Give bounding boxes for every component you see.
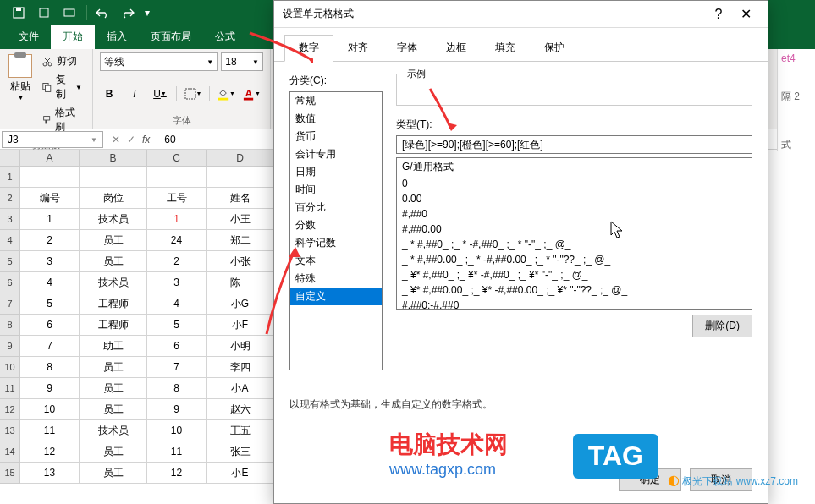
tab-layout[interactable]: 页面布局 <box>139 25 203 49</box>
cell[interactable]: 11 <box>147 441 207 463</box>
type-list-item[interactable]: #,##0.00 <box>397 222 752 237</box>
row-header[interactable]: 11 <box>0 378 20 399</box>
type-input[interactable] <box>396 135 752 154</box>
cell[interactable]: 工程师 <box>80 293 147 315</box>
cell[interactable] <box>147 167 207 188</box>
type-list-item[interactable]: _ ¥* #,##0.00_ ;_ ¥* -#,##0.00_ ;_ ¥* "-… <box>397 282 752 298</box>
type-list-item[interactable]: 0 <box>397 176 752 191</box>
column-header[interactable]: B <box>80 150 147 167</box>
cell[interactable]: 技术员 <box>80 272 147 293</box>
cell[interactable]: 12 <box>20 441 80 463</box>
fx-icon[interactable]: fx <box>142 134 150 145</box>
cell[interactable]: 4 <box>147 293 207 315</box>
cell[interactable]: 7 <box>20 336 80 357</box>
tab-insert[interactable]: 插入 <box>95 25 139 49</box>
cell[interactable]: 6 <box>20 315 80 336</box>
category-item[interactable]: 日期 <box>290 163 382 181</box>
row-header[interactable]: 6 <box>0 272 20 293</box>
cell[interactable]: 员工 <box>80 357 147 378</box>
cell[interactable]: 员工 <box>80 441 147 463</box>
category-item[interactable]: 百分比 <box>290 199 382 216</box>
category-item[interactable]: 分数 <box>290 216 382 234</box>
cell[interactable]: 5 <box>147 315 207 336</box>
help-icon[interactable]: ? <box>705 1 732 28</box>
cell[interactable]: 7 <box>147 357 207 378</box>
cell[interactable]: 陈一 <box>207 272 274 293</box>
tab-fill[interactable]: 填充 <box>481 35 530 61</box>
cell[interactable]: 6 <box>147 336 207 357</box>
cell[interactable]: 张三 <box>207 441 274 463</box>
tab-formula[interactable]: 公式 <box>203 25 247 49</box>
cell[interactable]: 小F <box>207 315 274 336</box>
close-icon[interactable]: ✕ <box>732 1 759 28</box>
row-header[interactable]: 7 <box>0 293 20 315</box>
column-header[interactable]: D <box>207 150 274 167</box>
cell[interactable]: 小明 <box>207 336 274 357</box>
save-icon[interactable] <box>7 3 30 23</box>
tab-align[interactable]: 对齐 <box>333 35 383 61</box>
cell[interactable]: 赵六 <box>207 399 274 420</box>
copy-button[interactable]: 复制▼ <box>38 71 85 103</box>
cell[interactable]: 编号 <box>20 188 80 209</box>
type-list-item[interactable]: #,##0 <box>397 206 752 222</box>
accept-formula-icon[interactable]: ✓ <box>127 134 135 145</box>
row-header[interactable]: 3 <box>0 209 20 230</box>
cell[interactable]: 技术员 <box>80 420 147 441</box>
cell[interactable]: 员工 <box>80 378 147 399</box>
cell[interactable]: 李四 <box>207 357 274 378</box>
cell[interactable]: 3 <box>20 251 80 272</box>
type-list-item[interactable]: _ * #,##0_ ;_ * -#,##0_ ;_ * "-"_ ;_ @_ <box>397 237 752 252</box>
type-list[interactable]: G/通用格式00.00#,##0#,##0.00_ * #,##0_ ;_ * … <box>396 157 752 310</box>
cell[interactable]: 小G <box>207 293 274 315</box>
row-header[interactable]: 14 <box>0 441 20 463</box>
cell[interactable]: 8 <box>147 378 207 399</box>
tab-font[interactable]: 字体 <box>383 35 432 61</box>
type-list-item[interactable]: _ ¥* #,##0_ ;_ ¥* -#,##0_ ;_ ¥* "-"_ ;_ … <box>397 267 752 282</box>
cell[interactable]: 2 <box>20 230 80 251</box>
cell[interactable] <box>20 167 80 188</box>
font-size-select[interactable]: 18▼ <box>221 52 263 71</box>
cell[interactable]: 2 <box>147 251 207 272</box>
cut-button[interactable]: 剪切 <box>38 52 85 70</box>
qat-dropdown-icon[interactable]: ▾ <box>141 3 153 23</box>
cell[interactable]: 5 <box>20 293 80 315</box>
cell[interactable]: 9 <box>20 378 80 399</box>
tab-border[interactable]: 边框 <box>432 35 481 61</box>
qat-btn-3[interactable] <box>58 3 81 23</box>
cell[interactable]: 技术员 <box>80 209 147 230</box>
cell[interactable]: 11 <box>20 420 80 441</box>
redo-icon[interactable] <box>116 3 140 23</box>
cell[interactable]: 1 <box>147 209 207 230</box>
cell[interactable] <box>80 167 147 188</box>
category-item[interactable]: 文本 <box>290 252 382 270</box>
cell[interactable]: 4 <box>20 272 80 293</box>
cell[interactable]: 24 <box>147 230 207 251</box>
category-item[interactable]: 特殊 <box>290 270 382 288</box>
tab-home[interactable]: 开始 <box>51 25 95 49</box>
cells-area[interactable]: 编号岗位工号姓名1技术员1小王2员工24郑二3员工2小张4技术员3陈一5工程师4… <box>20 167 274 484</box>
row-header[interactable]: 15 <box>0 463 20 484</box>
paste-button[interactable]: 粘贴 ▼ <box>7 52 35 137</box>
cell[interactable]: 员工 <box>80 463 147 484</box>
cell[interactable]: 小张 <box>207 251 274 272</box>
row-header[interactable]: 5 <box>0 251 20 272</box>
category-item[interactable]: 常规 <box>290 92 382 110</box>
paste-dropdown-icon[interactable]: ▼ <box>8 94 33 101</box>
font-name-select[interactable]: 等线▼ <box>100 52 218 71</box>
category-item[interactable]: 科学记数 <box>290 234 382 252</box>
type-list-item[interactable]: #,##0;-#,##0 <box>397 298 752 310</box>
bold-button[interactable]: B <box>100 85 118 103</box>
cell[interactable]: 王五 <box>207 420 274 441</box>
category-item[interactable]: 货币 <box>290 128 382 145</box>
category-item[interactable]: 时间 <box>290 181 382 199</box>
category-list[interactable]: 常规数值货币会计专用日期时间百分比分数科学记数文本特殊自定义 <box>289 91 383 370</box>
cell[interactable]: 小A <box>207 378 274 399</box>
select-all-corner[interactable] <box>0 150 20 167</box>
cell[interactable]: 工号 <box>147 188 207 209</box>
type-list-item[interactable]: 0.00 <box>397 191 752 206</box>
cell[interactable]: 姓名 <box>207 188 274 209</box>
cell[interactable]: 10 <box>147 420 207 441</box>
row-header[interactable]: 8 <box>0 315 20 336</box>
cancel-formula-icon[interactable]: ✕ <box>112 134 120 145</box>
cell[interactable]: 13 <box>20 463 80 484</box>
